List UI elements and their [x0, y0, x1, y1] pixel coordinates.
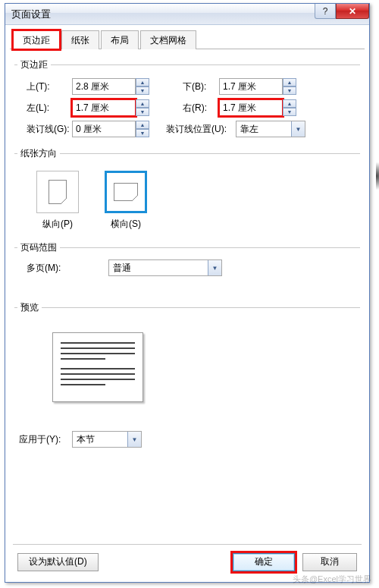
spin-up-icon[interactable]: ▲ [283, 78, 296, 86]
input-gutter-field[interactable] [72, 121, 136, 137]
group-pages: 页码范围 多页(M): 普通 ▼ [14, 241, 360, 281]
titlebar[interactable]: 页面设置 ? ✕ [5, 4, 369, 25]
group-preview: 预览 [14, 301, 360, 411]
chevron-down-icon[interactable]: ▼ [208, 260, 221, 275]
input-bottom-field[interactable] [219, 78, 283, 95]
label-gutter-pos: 装订线位置(U): [166, 123, 236, 136]
input-top[interactable]: ▲▼ [72, 78, 152, 95]
scroll-shadow [376, 162, 379, 190]
orientation-landscape[interactable]: 横向(S) [99, 171, 152, 231]
orientation-portrait[interactable]: 纵向(P) [31, 171, 84, 231]
combo-apply[interactable]: 本节 ▼ [72, 431, 142, 448]
label-bottom: 下(B): [174, 80, 219, 93]
orientation-landscape-label: 横向(S) [99, 218, 152, 231]
landscape-icon [105, 171, 147, 213]
spin-down-icon[interactable]: ▼ [136, 129, 149, 137]
group-orientation-legend: 纸张方向 [17, 147, 60, 160]
spin-up-icon[interactable]: ▲ [136, 121, 149, 129]
combo-multi-value: 普通 [113, 262, 131, 275]
tab-layout[interactable]: 布局 [101, 30, 139, 49]
input-top-field[interactable] [72, 78, 136, 95]
preview-thumbnail [52, 332, 143, 402]
input-gutter[interactable]: ▲▼ [72, 121, 152, 137]
window-buttons: ? ✕ [315, 4, 369, 19]
label-gutter: 装订线(G): [17, 123, 72, 136]
ok-button[interactable]: 确定 [233, 553, 295, 571]
label-apply: 应用于(Y): [17, 433, 72, 446]
page-setup-dialog: 页面设置 ? ✕ 页边距 纸张 布局 文档网格 页边距 上(T): ▲▼ [5, 3, 370, 583]
orientation-portrait-label: 纵向(P) [31, 218, 84, 231]
set-default-button[interactable]: 设为默认值(D) [17, 553, 99, 571]
tab-paper[interactable]: 纸张 [61, 30, 99, 49]
group-pages-legend: 页码范围 [17, 241, 60, 254]
combo-multi[interactable]: 普通 ▼ [108, 259, 222, 276]
spin-down-icon[interactable]: ▼ [283, 108, 296, 116]
input-right[interactable]: ▲▼ [219, 99, 299, 116]
dialog-footer: 设为默认值(D) 确定 取消 [13, 544, 362, 574]
close-button[interactable]: ✕ [336, 4, 369, 19]
group-preview-legend: 预览 [17, 301, 42, 314]
help-button[interactable]: ? [315, 4, 336, 19]
portrait-icon [36, 171, 79, 213]
input-bottom[interactable]: ▲▼ [219, 78, 299, 95]
window-title: 页面设置 [11, 8, 51, 21]
spin-down-icon[interactable]: ▼ [283, 86, 296, 95]
input-right-field[interactable] [219, 99, 283, 116]
combo-apply-value: 本节 [77, 433, 95, 446]
combo-gutter-pos[interactable]: 靠左 ▼ [236, 121, 305, 137]
group-margins-legend: 页边距 [17, 58, 51, 71]
tab-grid[interactable]: 文档网格 [140, 30, 196, 49]
spin-up-icon[interactable]: ▲ [283, 99, 296, 108]
spin-down-icon[interactable]: ▼ [136, 86, 149, 95]
chevron-down-icon[interactable]: ▼ [291, 121, 305, 137]
cancel-button[interactable]: 取消 [302, 553, 357, 571]
tab-bar: 页边距 纸张 布局 文档网格 [10, 30, 365, 49]
spin-down-icon[interactable]: ▼ [136, 108, 149, 116]
label-left: 左(L): [17, 102, 72, 115]
spin-up-icon[interactable]: ▲ [136, 78, 149, 86]
label-multi: 多页(M): [17, 262, 81, 275]
group-margins: 页边距 上(T): ▲▼ 下(B): ▲▼ 左(L): [14, 58, 360, 141]
input-left[interactable]: ▲▼ [72, 99, 152, 116]
combo-gutter-pos-value: 靠左 [240, 123, 258, 136]
label-right: 右(R): [174, 102, 219, 115]
tab-panel-margins: 页边距 上(T): ▲▼ 下(B): ▲▼ 左(L): [13, 52, 362, 542]
tab-margins[interactable]: 页边距 [13, 30, 60, 49]
label-top: 上(T): [17, 80, 72, 93]
chevron-down-icon[interactable]: ▼ [127, 432, 141, 447]
group-orientation: 纸张方向 纵向(P) 横向(S) [14, 147, 360, 235]
spin-up-icon[interactable]: ▲ [136, 99, 149, 108]
client-area: 页边距 纸张 布局 文档网格 页边距 上(T): ▲▼ 下(B): [10, 30, 365, 577]
input-left-field[interactable] [72, 99, 136, 116]
